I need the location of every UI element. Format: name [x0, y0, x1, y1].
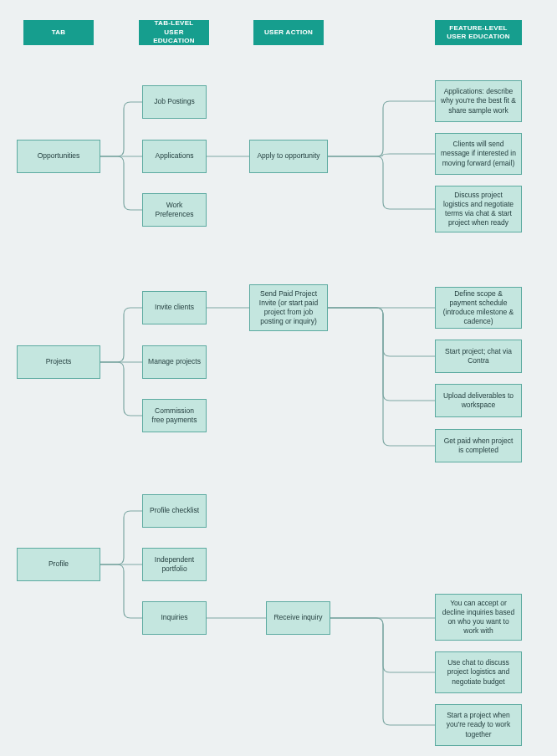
feat-projects-2: Upload deliverables to workspace	[435, 384, 522, 417]
feat-profile-0: You can accept or decline inquiries base…	[435, 594, 522, 641]
feat-opportunities-0: Applications: describe why you're the be…	[435, 80, 522, 122]
col-header-tab: TAB	[23, 20, 94, 45]
action-profile: Receive inquiry	[266, 601, 330, 635]
tab-projects: Projects	[17, 345, 100, 379]
edu-opportunities-1: Applications	[142, 140, 207, 173]
action-opportunities: Apply to opportunity	[249, 140, 328, 173]
edu-profile-0: Profile checklist	[142, 494, 207, 528]
edu-opportunities-0: Job Postings	[142, 85, 207, 119]
col-header-featedu: FEATURE-LEVEL USER EDUCATION	[435, 20, 522, 45]
edu-opportunities-2: Work Preferences	[142, 193, 207, 227]
tab-profile: Profile	[17, 548, 100, 581]
feat-projects-3: Get paid when project is completed	[435, 429, 522, 462]
feat-opportunities-2: Discuss project logistics and negotiate …	[435, 186, 522, 232]
col-header-action: USER ACTION	[253, 20, 324, 45]
action-projects: Send Paid Project Invite (or start paid …	[249, 284, 328, 331]
feat-profile-1: Use chat to discuss project logistics an…	[435, 651, 522, 693]
feat-projects-1: Start project; chat via Contra	[435, 340, 522, 373]
col-header-tabedu: TAB-LEVEL USER EDUCATION	[139, 20, 209, 45]
edu-profile-1: Independent portfolio	[142, 548, 207, 581]
edu-projects-1: Manage projects	[142, 345, 207, 379]
edu-profile-2: Inquiries	[142, 601, 207, 635]
edu-projects-2: Commission free payments	[142, 399, 207, 432]
feat-profile-2: Start a project when you're ready to wor…	[435, 704, 522, 746]
feat-projects-0: Define scope & payment schedule (introdu…	[435, 287, 522, 329]
edu-projects-0: Invite clients	[142, 291, 207, 324]
tab-opportunities: Opportunities	[17, 140, 100, 173]
feat-opportunities-1: Clients will send message if interested …	[435, 133, 522, 175]
flow-diagram: TAB TAB-LEVEL USER EDUCATION USER ACTION…	[0, 0, 557, 756]
